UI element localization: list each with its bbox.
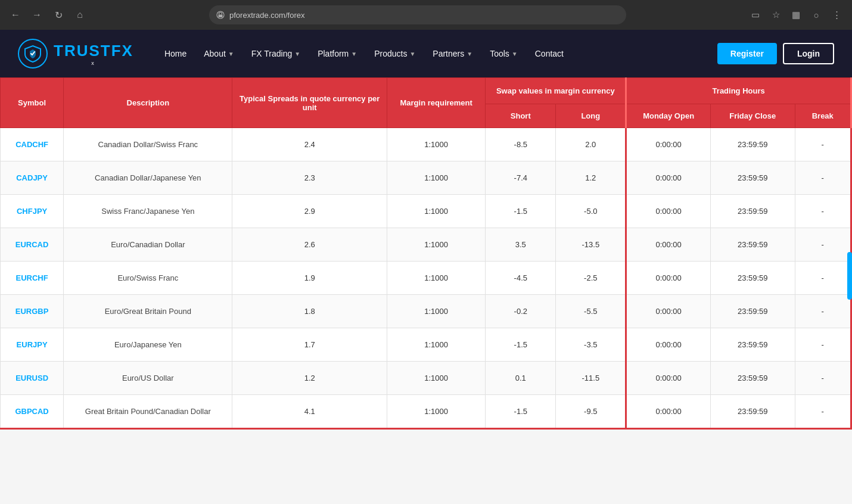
cell-description: Great Britain Pound/Canadian Dollar bbox=[64, 395, 232, 429]
cell-monday-open: 0:00:00 bbox=[626, 128, 711, 161]
cell-monday-open: 0:00:00 bbox=[626, 295, 711, 328]
cell-break: - bbox=[795, 161, 851, 195]
main-content: Symbol Description Typical Spreads in qu… bbox=[0, 77, 852, 430]
cell-long: -5.5 bbox=[556, 295, 626, 328]
nav-contact[interactable]: Contact bbox=[528, 44, 571, 63]
scrollbar-indicator[interactable] bbox=[847, 252, 852, 300]
nav-tools[interactable]: Tools ▼ bbox=[483, 44, 525, 63]
nav-products[interactable]: Products ▼ bbox=[367, 44, 422, 63]
cell-friday-close: 23:59:59 bbox=[710, 295, 795, 328]
table-row: EURCHF Euro/Swiss Franc 1.9 1:1000 -4.5 … bbox=[1, 262, 851, 295]
cell-friday-close: 23:59:59 bbox=[710, 195, 795, 228]
table-header-top: Symbol Description Typical Spreads in qu… bbox=[1, 78, 851, 104]
cell-short: 0.1 bbox=[486, 362, 556, 395]
cell-monday-open: 0:00:00 bbox=[626, 195, 711, 228]
nav-fxtrading[interactable]: FX Trading ▼ bbox=[244, 44, 307, 63]
browser-action-buttons: ▭ ☆ ▦ ○ ⋮ bbox=[747, 7, 845, 23]
cell-short: -1.5 bbox=[486, 395, 556, 429]
cell-description: Euro/Swiss Franc bbox=[64, 262, 232, 295]
cell-spread: 1.9 bbox=[232, 262, 387, 295]
forex-table: Symbol Description Typical Spreads in qu… bbox=[0, 77, 852, 430]
cell-symbol[interactable]: CADCHF bbox=[1, 128, 64, 161]
cell-margin: 1:1000 bbox=[387, 295, 486, 328]
cell-long: -9.5 bbox=[556, 395, 626, 429]
logo-sub: x bbox=[54, 60, 133, 66]
cell-margin: 1:1000 bbox=[387, 228, 486, 262]
cell-monday-open: 0:00:00 bbox=[626, 161, 711, 195]
lock-icon bbox=[216, 11, 225, 19]
cell-long: -5.0 bbox=[556, 195, 626, 228]
cell-symbol[interactable]: EURCAD bbox=[1, 228, 64, 262]
header-symbol: Symbol bbox=[1, 78, 64, 128]
register-button[interactable]: Register bbox=[717, 43, 777, 64]
cell-monday-open: 0:00:00 bbox=[626, 328, 711, 362]
navbar: TRUSTFX x Home About ▼ FX Trading ▼ Plat… bbox=[0, 30, 852, 77]
back-button[interactable]: ← bbox=[7, 7, 24, 23]
refresh-button[interactable]: ↻ bbox=[50, 7, 67, 23]
cell-margin: 1:1000 bbox=[387, 161, 486, 195]
cell-friday-close: 23:59:59 bbox=[710, 362, 795, 395]
cell-break: - bbox=[795, 128, 851, 161]
shield-icon bbox=[24, 45, 42, 63]
cell-spread: 4.1 bbox=[232, 395, 387, 429]
table-body: CADCHF Canadian Dollar/Swiss Franc 2.4 1… bbox=[1, 128, 851, 429]
home-button[interactable]: ⌂ bbox=[71, 7, 88, 23]
cell-break: - bbox=[795, 328, 851, 362]
cell-short: -1.5 bbox=[486, 195, 556, 228]
profile-button[interactable]: ○ bbox=[808, 7, 825, 23]
header-break: Break bbox=[795, 104, 851, 128]
nav-platform[interactable]: Platform ▼ bbox=[310, 44, 364, 63]
cell-symbol[interactable]: GBPCAD bbox=[1, 395, 64, 429]
table-row: EURUSD Euro/US Dollar 1.2 1:1000 0.1 -11… bbox=[1, 362, 851, 395]
cell-symbol[interactable]: CADJPY bbox=[1, 161, 64, 195]
cell-long: -2.5 bbox=[556, 262, 626, 295]
cell-spread: 2.4 bbox=[232, 128, 387, 161]
cell-symbol[interactable]: EURCHF bbox=[1, 262, 64, 295]
menu-button[interactable]: ⋮ bbox=[828, 7, 845, 23]
cell-symbol[interactable]: CHFJPY bbox=[1, 195, 64, 228]
nav-about[interactable]: About ▼ bbox=[197, 44, 241, 63]
extensions-button[interactable]: ▦ bbox=[788, 7, 804, 23]
header-swap-group: Swap values in margin currency bbox=[486, 78, 626, 104]
address-bar[interactable]: pforextrade.com/forex bbox=[209, 5, 626, 24]
cell-description: Swiss Franc/Japanese Yen bbox=[64, 195, 232, 228]
cell-symbol[interactable]: EURUSD bbox=[1, 362, 64, 395]
forward-button[interactable]: → bbox=[29, 7, 45, 23]
cell-margin: 1:1000 bbox=[387, 128, 486, 161]
cell-description: Canadian Dollar/Japanese Yen bbox=[64, 161, 232, 195]
nav-buttons: Register Login bbox=[717, 43, 834, 64]
login-button[interactable]: Login bbox=[783, 43, 834, 64]
cell-friday-close: 23:59:59 bbox=[710, 328, 795, 362]
svg-rect-1 bbox=[219, 15, 223, 18]
cell-break: - bbox=[795, 195, 851, 228]
cell-friday-close: 23:59:59 bbox=[710, 395, 795, 429]
nav-home[interactable]: Home bbox=[157, 44, 194, 63]
cell-short: -7.4 bbox=[486, 161, 556, 195]
cell-short: 3.5 bbox=[486, 228, 556, 262]
header-description: Description bbox=[64, 78, 232, 128]
cast-button[interactable]: ▭ bbox=[747, 7, 764, 23]
nav-partners[interactable]: Partners ▼ bbox=[425, 44, 480, 63]
header-trading-hours-group: Trading Hours bbox=[626, 78, 851, 104]
cell-margin: 1:1000 bbox=[387, 195, 486, 228]
bookmark-button[interactable]: ☆ bbox=[767, 7, 784, 23]
partners-chevron-icon: ▼ bbox=[467, 51, 472, 57]
cell-spread: 2.6 bbox=[232, 228, 387, 262]
header-spread: Typical Spreads in quote currency per un… bbox=[232, 78, 387, 128]
cell-break: - bbox=[795, 395, 851, 429]
cell-margin: 1:1000 bbox=[387, 362, 486, 395]
cell-description: Euro/US Dollar bbox=[64, 362, 232, 395]
cell-monday-open: 0:00:00 bbox=[626, 362, 711, 395]
cell-friday-close: 23:59:59 bbox=[710, 161, 795, 195]
cell-monday-open: 0:00:00 bbox=[626, 228, 711, 262]
cell-margin: 1:1000 bbox=[387, 262, 486, 295]
cell-long: 2.0 bbox=[556, 128, 626, 161]
cell-spread: 1.2 bbox=[232, 362, 387, 395]
cell-description: Euro/Japanese Yen bbox=[64, 328, 232, 362]
cell-monday-open: 0:00:00 bbox=[626, 262, 711, 295]
about-chevron-icon: ▼ bbox=[228, 51, 234, 57]
cell-symbol[interactable]: EURJPY bbox=[1, 328, 64, 362]
logo-icon bbox=[18, 39, 48, 69]
cell-symbol[interactable]: EURGBP bbox=[1, 295, 64, 328]
cell-friday-close: 23:59:59 bbox=[710, 228, 795, 262]
